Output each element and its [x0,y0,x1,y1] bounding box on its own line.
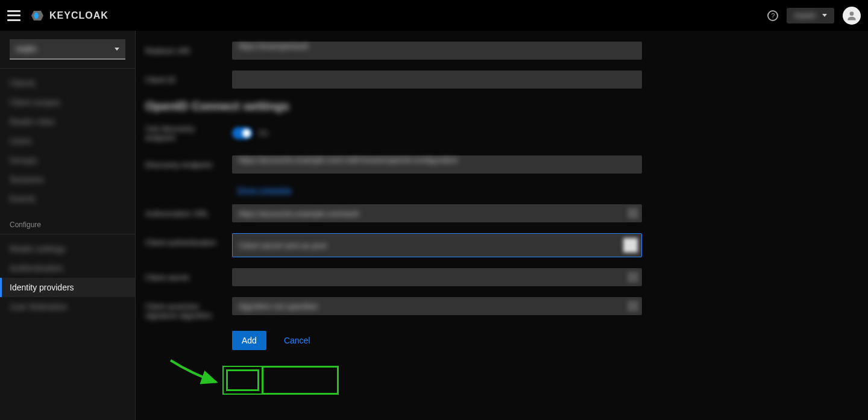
form-row: Client assertion signature algorithm Alg… [145,297,858,320]
add-button[interactable]: Add [232,331,266,350]
form-row: Discovery endpoint https://accounts.exam… [145,155,858,174]
select-input[interactable]: Client secret sent as post [232,233,642,257]
chevron-down-icon [115,48,119,51]
sidebar-item[interactable]: Users [0,131,135,151]
form-label: Redirect URI [145,42,218,55]
brand-text: KEYCLOAK [49,10,108,21]
sidebar-item[interactable]: Events [0,189,135,208]
nav-group-manage: Clients Client scopes Realm roles Users … [0,69,135,213]
text-input[interactable]: https://example/auth [232,42,642,60]
form-row-switch: Use discovery endpoint On [145,124,858,142]
realm-selector-value: realm [16,44,37,54]
sidebar-item[interactable]: Client scopes [0,93,135,112]
brand-logo[interactable]: KEYCLOAK [30,8,108,23]
sidebar: realm Clients Client scopes Realm roles … [0,31,136,420]
nav-section-header: Configure [0,213,135,234]
form-label: Discovery endpoint [145,155,218,169]
sidebar-item[interactable]: Groups [0,151,135,170]
sidebar-item[interactable]: Clients [0,74,135,93]
realm-selector[interactable]: realm [10,39,125,60]
topbar-right: ? master [767,7,861,25]
form-label: Client ID [145,71,218,84]
svg-point-2 [850,11,854,16]
content: Redirect URI https://example/auth Client… [136,31,868,420]
metadata-link[interactable]: Show metadata [237,186,291,195]
form-row: Redirect URI https://example/auth [145,42,858,60]
menu-toggle-icon[interactable] [7,10,20,21]
eye-icon [627,272,638,283]
form-label: Client assertion signature algorithm [145,297,218,320]
user-name: master [794,11,816,20]
sidebar-item-identity-providers[interactable]: Identity providers [0,278,135,297]
chevron-down-icon [627,301,638,312]
user-dropdown[interactable]: master [787,8,834,24]
chevron-down-icon [623,238,638,252]
sidebar-item[interactable]: User federation [0,297,135,316]
form-label: Client authentication [145,233,218,247]
help-icon[interactable]: ? [767,10,778,21]
keycloak-icon [30,8,45,23]
topbar-left: KEYCLOAK [7,8,108,23]
form-label: Client secret [145,268,218,282]
sidebar-item[interactable]: Realm settings [0,239,135,259]
text-input[interactable]: https://accounts.example.com/.well-known… [232,155,642,174]
password-input[interactable] [232,268,642,286]
form-row: Client authentication Client secret sent… [145,233,858,257]
form-label: Use discovery endpoint [145,124,218,142]
sidebar-item[interactable]: Sessions [0,170,135,189]
topbar: KEYCLOAK ? master [0,0,868,31]
select-input[interactable]: Algorithm not specified [232,297,642,315]
section-heading: OpenID Connect settings [145,99,858,113]
avatar[interactable] [843,7,861,25]
toggle-switch[interactable] [232,127,253,139]
sidebar-item[interactable]: Realm roles [0,112,135,131]
form-row: Client secret [145,268,858,286]
cancel-button[interactable]: Cancel [271,331,323,350]
text-input[interactable] [232,71,642,89]
button-row: Add Cancel [232,331,858,350]
text-input[interactable]: https://accounts.example.com/auth [232,204,642,222]
form-row: Authorization URL https://accounts.examp… [145,204,858,222]
switch-state-text: On [259,129,268,137]
form-label: Authorization URL [145,204,218,218]
info-icon [627,208,638,219]
form-row: Client ID [145,71,858,89]
nav-group-configure: Realm settings Authentication Identity p… [0,234,135,321]
sidebar-item[interactable]: Authentication [0,259,135,278]
main: realm Clients Client scopes Realm roles … [0,31,868,420]
chevron-down-icon [822,14,827,17]
